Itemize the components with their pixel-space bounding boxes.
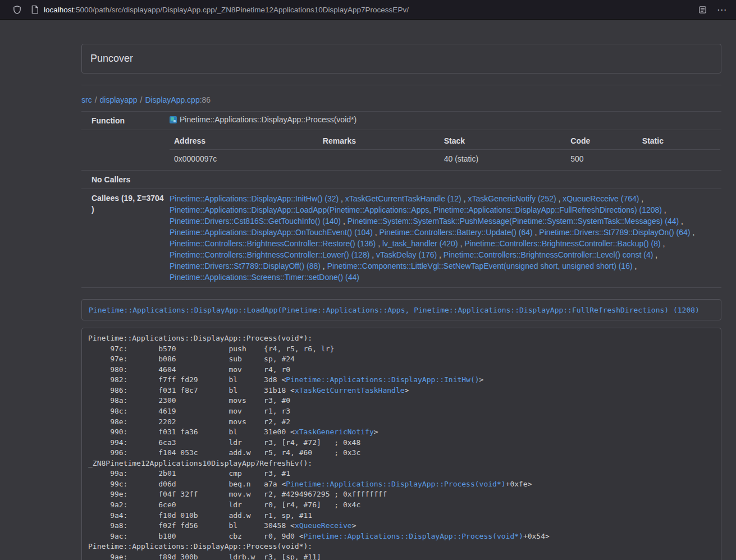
- callee-link[interactable]: Pinetime::Drivers::St7789::DisplayOn() (…: [539, 228, 690, 237]
- url-path: :5000/path/src/displayapp/DisplayApp.cpp…: [74, 6, 409, 14]
- reader-mode-icon[interactable]: [698, 6, 707, 14]
- breadcrumb-item-file[interactable]: DisplayApp.cpp: [145, 95, 199, 104]
- url-host: localhost: [44, 6, 74, 14]
- callee-separator: ,: [373, 228, 380, 237]
- column-remarks: Remarks: [318, 132, 440, 150]
- callee-separator: ,: [633, 261, 637, 270]
- address-value: 0x0000097c: [170, 150, 318, 168]
- no-callers-row: No Callers: [81, 171, 721, 189]
- callee-separator: ,: [341, 217, 348, 226]
- function-row-label: Function: [81, 112, 168, 130]
- divider: [81, 85, 721, 85]
- callee-separator: ,: [437, 250, 444, 259]
- url-bar[interactable]: localhost:5000/path/src/displayapp/Displ…: [31, 5, 698, 14]
- callee-separator: ,: [458, 239, 465, 248]
- callee-link[interactable]: Pinetime::Applications::DisplayApp::Load…: [170, 205, 662, 214]
- function-table: Function Pinetime::Applications::Display…: [81, 111, 721, 288]
- callee-separator: ,: [461, 194, 468, 203]
- callee-separator: ,: [376, 239, 382, 248]
- page-actions-menu-icon[interactable]: ⋯: [717, 5, 727, 15]
- code-symbol-link[interactable]: xTaskGenericNotify: [295, 428, 374, 436]
- metrics-values-row: 0x0000097c 40 (static) 500: [170, 150, 720, 168]
- stack-value: 40 (static): [440, 150, 566, 168]
- code-symbol-link[interactable]: Pinetime::Applications::DisplayApp::Proc…: [304, 532, 523, 540]
- code-symbol-link[interactable]: Pinetime::Applications::DisplayApp::Init…: [286, 375, 479, 384]
- column-code: Code: [566, 132, 638, 150]
- function-row: Function Pinetime::Applications::Display…: [81, 112, 721, 130]
- callee-link[interactable]: Pinetime::Controllers::BrightnessControl…: [444, 250, 653, 259]
- callee-link[interactable]: vTaskDelay (176): [376, 250, 437, 259]
- function-name: Pinetime::Applications::DisplayApp::Proc…: [180, 114, 356, 125]
- page-content: Puncover src/displayapp/DisplayApp.cpp:8…: [81, 20, 721, 560]
- breadcrumb: src/displayapp/DisplayApp.cpp:86: [81, 95, 721, 104]
- callee-separator: ,: [691, 228, 695, 237]
- shield-icon[interactable]: [12, 5, 22, 15]
- column-stack: Stack: [440, 132, 566, 150]
- callee-separator: ,: [661, 239, 665, 248]
- breadcrumb-line-number: :86: [200, 95, 211, 104]
- metrics-table: Address Remarks Stack Code Static 0x0000…: [170, 132, 720, 168]
- column-address: Address: [170, 132, 318, 150]
- no-callers-label: No Callers: [81, 171, 168, 189]
- disassembly-code-block: Pinetime::Applications::DisplayApp::Proc…: [81, 328, 721, 560]
- breadcrumb-item-src[interactable]: src: [81, 95, 92, 104]
- column-static: Static: [638, 132, 720, 150]
- callees-label: Callees (19, Σ=3704 ): [81, 189, 168, 288]
- callee-separator: ,: [533, 228, 540, 237]
- callee-separator: ,: [556, 194, 563, 203]
- callee-link[interactable]: Pinetime::Controllers::BrightnessControl…: [464, 239, 660, 248]
- callee-link[interactable]: Pinetime::Controllers::Battery::Update()…: [380, 228, 533, 237]
- callee-separator: ,: [321, 261, 327, 270]
- code-symbol-link[interactable]: xQueueReceive: [295, 521, 352, 530]
- callee-link[interactable]: lv_task_handler (420): [382, 239, 458, 248]
- breadcrumb-separator: /: [95, 95, 97, 104]
- breadcrumb-separator: /: [140, 95, 143, 104]
- browser-chrome: localhost:5000/path/src/displayapp/Displ…: [0, 0, 736, 20]
- callee-separator: ,: [339, 194, 345, 203]
- code-symbol-link[interactable]: xTaskGetCurrentTaskHandle: [295, 386, 405, 394]
- callee-link[interactable]: Pinetime::Controllers::BrightnessControl…: [170, 250, 369, 259]
- callee-link[interactable]: Pinetime::Controllers::BrightnessControl…: [170, 239, 376, 248]
- callee-link[interactable]: Pinetime::Applications::DisplayApp::Init…: [170, 194, 339, 203]
- app-header-panel: Puncover: [81, 44, 721, 74]
- callee-link[interactable]: xTaskGetCurrentTaskHandle (12): [345, 194, 461, 203]
- callees-row: Callees (19, Σ=3704 ) Pinetime::Applicat…: [81, 189, 721, 288]
- callee-link[interactable]: Pinetime::Applications::DisplayApp::OnTo…: [170, 228, 373, 237]
- symbol-heading-panel: Pinetime::Applications::DisplayApp::Load…: [81, 299, 721, 320]
- callee-separator: ,: [653, 250, 657, 259]
- metrics-row: Address Remarks Stack Code Static 0x0000…: [81, 130, 721, 171]
- callees-list: Pinetime::Applications::DisplayApp::Init…: [168, 189, 721, 288]
- callee-separator: ,: [679, 217, 683, 226]
- code-value: 500: [566, 150, 638, 168]
- site-identity-icon: [31, 5, 39, 14]
- callee-link[interactable]: Pinetime::Components::LittleVgl::SetNewT…: [327, 261, 633, 270]
- url-text: localhost:5000/path/src/displayapp/Displ…: [44, 6, 409, 14]
- app-title: Puncover: [90, 53, 712, 65]
- callee-link[interactable]: Pinetime::Applications::Screens::Timer::…: [170, 273, 359, 282]
- remarks-value: [318, 150, 440, 168]
- code-symbol-link[interactable]: Pinetime::Applications::DisplayApp::Proc…: [286, 480, 505, 488]
- callee-link[interactable]: Pinetime::Drivers::St7789::DisplayOff() …: [170, 261, 321, 270]
- static-value: [638, 150, 720, 168]
- function-icon: [170, 116, 177, 123]
- callee-link[interactable]: xTaskGenericNotify (252): [468, 194, 556, 203]
- breadcrumb-item-displayapp[interactable]: displayapp: [100, 95, 138, 104]
- callee-link[interactable]: Pinetime::Drivers::Cst816S::GetTouchInfo…: [170, 217, 341, 226]
- callee-link[interactable]: xQueueReceive (764): [563, 194, 639, 203]
- callee-link[interactable]: Pinetime::System::SystemTask::PushMessag…: [348, 217, 679, 226]
- callee-separator: ,: [639, 194, 643, 203]
- loadapp-heading-link[interactable]: Pinetime::Applications::DisplayApp::Load…: [89, 306, 700, 314]
- callee-separator: ,: [369, 250, 376, 259]
- callee-separator: ,: [662, 205, 666, 214]
